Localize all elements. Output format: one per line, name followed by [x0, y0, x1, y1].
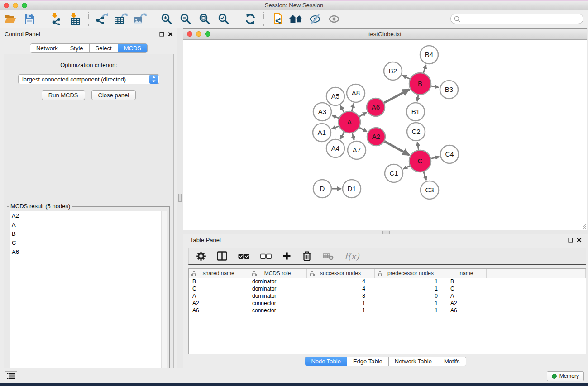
table-cell[interactable]: 1: [374, 285, 447, 292]
graph-edge-C-C3[interactable]: [424, 172, 426, 180]
tab-edge-table[interactable]: Edge Table: [347, 357, 388, 366]
table-cell[interactable]: 4: [306, 285, 374, 292]
table-column-layout-button[interactable]: [217, 251, 227, 261]
close-table-panel-icon[interactable]: [577, 238, 582, 243]
table-cell[interactable]: connector: [249, 307, 306, 314]
table-row[interactable]: A6connector11A6: [189, 307, 586, 314]
graph-edge-C-C4[interactable]: [431, 157, 439, 158]
float-panel-icon[interactable]: [159, 32, 164, 37]
close-panel-button[interactable]: Close panel: [91, 90, 136, 100]
table-cell[interactable]: A6: [447, 307, 486, 314]
table-settings-button[interactable]: [196, 251, 206, 261]
table-cell[interactable]: A2: [447, 300, 486, 307]
table-cell[interactable]: B: [447, 278, 486, 285]
graph-edge-B-B1[interactable]: [417, 95, 418, 102]
graph-edge-A-A2[interactable]: [359, 128, 367, 132]
create-column-button[interactable]: [282, 252, 291, 260]
graph-edge-A2-C[interactable]: [384, 141, 409, 155]
graph-edge-B-B2[interactable]: [402, 76, 410, 79]
export-image-button[interactable]: [131, 11, 148, 27]
export-network-button[interactable]: [93, 11, 110, 27]
show-panel-button[interactable]: [325, 11, 343, 27]
table-cell[interactable]: 1: [374, 307, 447, 314]
graph-edge-A-A8[interactable]: [352, 103, 354, 111]
table-header-row[interactable]: shared nameMCDS rolesuccessor nodesprede…: [189, 269, 586, 278]
node-table[interactable]: shared nameMCDS rolesuccessor nodesprede…: [188, 268, 586, 354]
graph-edge-A-A4[interactable]: [340, 132, 344, 139]
zoom-fit-button[interactable]: [196, 11, 213, 27]
close-panel-icon[interactable]: [168, 32, 173, 37]
table-cell[interactable]: dominator: [249, 285, 306, 292]
delete-table-button[interactable]: [323, 252, 334, 260]
delete-columns-button[interactable]: [302, 251, 312, 261]
graph-edge-B-B3[interactable]: [431, 86, 439, 87]
column-header-MCDS-role[interactable]: MCDS role: [249, 269, 306, 278]
result-item[interactable]: A: [10, 220, 167, 229]
unselect-all-columns-button[interactable]: [260, 252, 272, 260]
table-row[interactable]: A2connector11A2: [189, 300, 586, 307]
zoom-out-button[interactable]: [177, 11, 194, 27]
table-cell[interactable]: dominator: [249, 278, 306, 285]
table-cell[interactable]: dominator: [249, 292, 306, 300]
table-cell[interactable]: 1: [374, 278, 447, 285]
result-item[interactable]: B: [10, 229, 167, 238]
import-network-button[interactable]: [48, 11, 65, 27]
tab-network[interactable]: Network: [30, 44, 64, 52]
tab-mcds[interactable]: MCDS: [118, 44, 147, 52]
column-header-shared-name[interactable]: shared name: [189, 269, 249, 278]
table-cell[interactable]: 4: [306, 278, 374, 285]
table-cell[interactable]: 1: [306, 307, 374, 314]
table-row[interactable]: Adominator80A: [189, 292, 586, 300]
network-canvas[interactable]: ABCA2A6A1A3A4A5A7A8B1B2B3B4C1C2C3C4DD1: [183, 40, 587, 230]
table-cell[interactable]: A: [447, 292, 486, 300]
window-resize-grip[interactable]: [580, 224, 586, 229]
run-mcds-button[interactable]: Run MCDS: [42, 90, 85, 100]
zoom-selected-button[interactable]: [215, 11, 232, 27]
result-item[interactable]: A6: [10, 248, 167, 257]
graph-edge-A-A3[interactable]: [332, 115, 339, 118]
graph-edge-C-C1[interactable]: [403, 166, 410, 169]
graph-edge-A6-B[interactable]: [384, 90, 410, 103]
mcds-result-list[interactable]: A2ABCA6: [10, 211, 167, 384]
tab-motifs[interactable]: Motifs: [438, 357, 466, 366]
refresh-layout-button[interactable]: [242, 11, 259, 27]
task-history-button[interactable]: [5, 371, 17, 381]
table-cell[interactable]: connector: [249, 300, 306, 307]
open-session-button[interactable]: [2, 11, 19, 27]
graph-edge-A-A7[interactable]: [352, 133, 354, 140]
table-cell[interactable]: A2: [189, 300, 249, 307]
memory-button[interactable]: Memory: [547, 371, 584, 381]
table-row[interactable]: Cdominator41C: [189, 285, 586, 292]
graph-edge-C-C2[interactable]: [417, 142, 418, 150]
graph-edge-A-A6[interactable]: [359, 112, 367, 116]
result-item[interactable]: C: [10, 238, 167, 248]
tab-node-table[interactable]: Node Table: [305, 357, 347, 366]
export-table-button[interactable]: [112, 11, 129, 27]
table-cell[interactable]: B: [189, 278, 249, 285]
select-all-columns-button[interactable]: [238, 252, 249, 260]
graph-edge-A-A5[interactable]: [340, 105, 344, 112]
save-session-button[interactable]: [21, 11, 38, 27]
graph-edge-B-B4[interactable]: [423, 65, 426, 73]
zoom-in-button[interactable]: [158, 11, 175, 27]
vertical-split-handle[interactable]: [178, 194, 182, 202]
result-scrollbar[interactable]: [161, 211, 167, 384]
search-input[interactable]: [461, 14, 583, 24]
column-header-predecessor-nodes[interactable]: predecessor nodes: [374, 269, 447, 278]
horizontal-split-handle[interactable]: [382, 231, 390, 234]
column-header-name[interactable]: name: [447, 269, 486, 278]
import-table-button[interactable]: [67, 11, 84, 27]
tab-select[interactable]: Select: [89, 44, 118, 52]
tab-style[interactable]: Style: [64, 44, 89, 52]
table-cell[interactable]: C: [447, 285, 486, 292]
criterion-dropdown[interactable]: largest connected component (directed): [18, 74, 159, 84]
search-field[interactable]: [450, 14, 583, 24]
graph-edge-A-A1[interactable]: [332, 126, 339, 129]
table-cell[interactable]: A: [189, 292, 249, 300]
table-cell[interactable]: 1: [306, 300, 374, 307]
table-cell[interactable]: 1: [374, 300, 447, 307]
table-cell[interactable]: C: [189, 285, 249, 292]
float-table-panel-icon[interactable]: [568, 238, 573, 243]
table-row[interactable]: Bdominator41B: [189, 278, 586, 285]
tab-network-table[interactable]: Network Table: [388, 357, 438, 366]
